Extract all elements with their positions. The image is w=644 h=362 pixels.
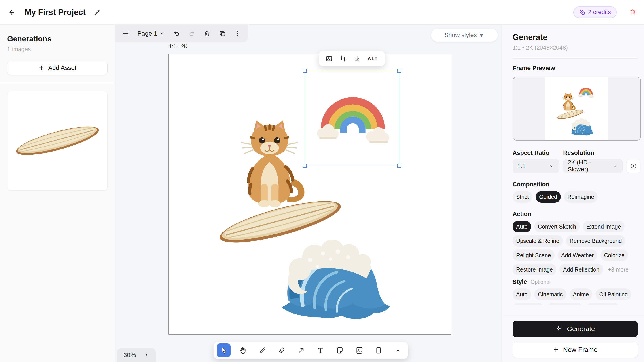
style-option-clipped[interactable] <box>547 303 583 305</box>
plus-icon <box>552 346 559 353</box>
option-pill-upscale-refine[interactable]: Upscale & Refine <box>512 235 563 247</box>
tool-arrow[interactable] <box>294 344 308 357</box>
menu-button[interactable] <box>122 30 129 37</box>
option-pill-restore-image[interactable]: Restore Image <box>512 264 556 275</box>
tool-eraser[interactable] <box>275 344 289 357</box>
delete-frame-button[interactable] <box>204 30 211 37</box>
undo-icon <box>173 30 180 37</box>
generate-button-label: Generate <box>567 325 595 333</box>
pencil-icon <box>258 346 266 355</box>
tool-hand[interactable] <box>236 344 250 357</box>
option-pill-cinematic[interactable]: Cinematic <box>534 289 566 300</box>
option-pill-anime[interactable]: Anime <box>570 289 592 300</box>
new-frame-button[interactable]: New Frame <box>512 342 638 358</box>
duplicate-button[interactable] <box>219 30 226 37</box>
zoom-control[interactable]: 30% <box>117 348 156 362</box>
tools-dock <box>214 342 408 359</box>
arrow-icon <box>297 346 305 355</box>
chevron-up-icon <box>395 347 402 354</box>
new-frame-button-label: New Frame <box>563 346 598 354</box>
action-label: Action <box>512 211 641 218</box>
option-pill-add-reflection[interactable]: Add Reflection <box>560 264 603 275</box>
tool-pencil[interactable] <box>255 344 269 357</box>
option-pill-auto[interactable]: Auto <box>512 289 531 300</box>
resolution-value: 2K (HD - Slower) <box>568 159 612 173</box>
generations-count: 1 images <box>7 46 108 53</box>
option-pill-convert-sketch[interactable]: Convert Sketch <box>534 221 580 232</box>
pencil-icon <box>94 9 100 16</box>
aspect-ratio-select[interactable]: 1:1 <box>512 159 559 173</box>
crop-icon <box>340 55 346 62</box>
tool-cursor[interactable] <box>217 344 230 357</box>
panel-subtitle: 1:1 • 2K (2048×2048) <box>512 44 638 51</box>
option-pill-remove-background[interactable]: Remove Background <box>566 235 625 247</box>
more-options-button[interactable] <box>234 30 241 37</box>
option-pill-add-weather[interactable]: Add Weather <box>558 249 597 261</box>
frame-preview-box <box>512 77 641 141</box>
generate-button[interactable]: Generate <box>512 321 638 337</box>
selection-handle-top-right[interactable] <box>397 69 401 73</box>
tool-collapse[interactable] <box>391 344 405 357</box>
project-title: My First Project <box>24 7 86 17</box>
alt-text-button[interactable]: ALT <box>368 56 378 61</box>
action-more-label[interactable]: +3 more <box>606 266 630 273</box>
undo-button[interactable] <box>173 30 180 37</box>
plus-icon <box>38 65 44 71</box>
trash-icon <box>204 30 211 37</box>
option-pill-strict[interactable]: Strict <box>512 191 532 203</box>
panel-divider <box>512 58 638 58</box>
canvas-toolbar: Page 1 <box>115 24 248 42</box>
focus-frame-button[interactable] <box>626 159 640 173</box>
show-styles-label: Show styles ▼ <box>444 32 484 39</box>
download-icon <box>354 55 361 62</box>
chevron-down-icon <box>160 31 165 36</box>
option-pill-colorize[interactable]: Colorize <box>600 249 628 261</box>
sticky-note-icon <box>336 346 344 355</box>
center-focus-icon <box>630 163 637 169</box>
coins-icon <box>579 9 586 15</box>
canvas-frame[interactable] <box>168 54 451 335</box>
tool-note[interactable] <box>333 344 347 357</box>
tool-text[interactable] <box>314 344 327 357</box>
add-asset-button[interactable]: Add Asset <box>7 61 108 75</box>
generate-panel-footer: Generate New Frame <box>502 315 644 362</box>
download-button[interactable] <box>354 55 361 62</box>
generate-panel-header: Generate 1:1 • 2K (2048×2048) <box>502 24 644 58</box>
show-styles-button[interactable]: Show styles ▼ <box>431 28 498 41</box>
selection-handle-bottom-left[interactable] <box>303 164 306 168</box>
eraser-icon <box>278 346 286 355</box>
back-button[interactable] <box>8 8 15 16</box>
option-pill-relight-scene[interactable]: Relight Scene <box>512 249 554 261</box>
tool-frame[interactable] <box>372 344 386 357</box>
replace-image-button[interactable] <box>326 55 333 62</box>
page-selector[interactable]: Page 1 <box>138 30 165 37</box>
arrow-left-icon <box>8 8 15 16</box>
style-option-clipped[interactable] <box>586 303 620 305</box>
generation-thumbnail[interactable] <box>7 91 108 191</box>
style-option-clipped[interactable] <box>512 303 544 305</box>
generate-panel: Generate 1:1 • 2K (2048×2048) Frame Prev… <box>502 24 644 362</box>
action-options: AutoConvert SketchExtend ImageUpscale & … <box>512 221 641 275</box>
crop-button[interactable] <box>340 55 346 62</box>
redo-button[interactable] <box>188 30 196 37</box>
selection-handle-top-left[interactable] <box>303 69 306 73</box>
cursor-icon <box>220 346 228 355</box>
hand-icon <box>239 346 247 355</box>
resolution-select[interactable]: 2K (HD - Slower) <box>563 159 622 173</box>
option-pill-auto[interactable]: Auto <box>512 221 531 232</box>
option-pill-oil-painting[interactable]: Oil Painting <box>596 289 631 300</box>
chevron-right-icon <box>144 352 149 358</box>
option-pill-extend-image[interactable]: Extend Image <box>583 221 624 232</box>
selection-handle-bottom-right[interactable] <box>397 164 401 168</box>
delete-project-button[interactable] <box>629 8 636 16</box>
generate-panel-body: Frame Preview Aspect Ratio Resolution 1:… <box>502 65 644 305</box>
tool-image[interactable] <box>352 344 366 357</box>
option-pill-guided[interactable]: Guided <box>536 191 561 203</box>
selection-box[interactable] <box>304 71 399 166</box>
dropdown-row: 1:1 2K (HD - Slower) <box>512 159 641 173</box>
app-header: My First Project 2 credits <box>0 0 644 24</box>
sidebar-divider <box>0 83 115 83</box>
credits-badge[interactable]: 2 credits <box>573 6 617 18</box>
rename-project-button[interactable] <box>94 9 100 16</box>
option-pill-reimagine[interactable]: Reimagine <box>564 191 598 203</box>
